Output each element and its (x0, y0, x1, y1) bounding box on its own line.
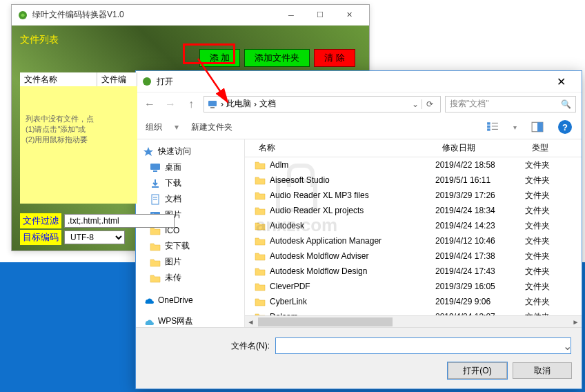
file-row[interactable]: Adlm2019/4/22 18:58文件夹 (245, 157, 582, 173)
svg-rect-13 (150, 164, 160, 170)
filter-input[interactable] (64, 214, 175, 228)
folder-icon (255, 206, 266, 215)
file-row[interactable]: Delcam2019/4/24 13:07文件夹 (245, 309, 582, 315)
file-area: 名称 修改日期 类型 Adlm2019/4/22 18:58文件夹Aiseeso… (245, 139, 582, 327)
file-name: CyberLink (270, 297, 435, 306)
folder-icon (255, 160, 266, 170)
horizontal-scrollbar[interactable]: ◄ ► (245, 315, 582, 327)
preview-icon[interactable] (529, 119, 546, 135)
svg-point-2 (143, 77, 151, 86)
filename-input[interactable] (275, 337, 571, 354)
scroll-left-icon[interactable]: ◄ (245, 316, 257, 328)
file-type: 文件夹 (525, 296, 582, 308)
file-name: Audio Reader XL MP3 files (270, 190, 435, 200)
forward-button[interactable]: → (162, 96, 179, 112)
folder-icon (255, 190, 266, 200)
folder-icon (255, 297, 266, 306)
svg-rect-12 (537, 122, 543, 132)
file-date: 2019/4/24 17:38 (435, 251, 525, 261)
view-icon[interactable] (484, 119, 501, 135)
file-row[interactable]: Autodesk Moldflow Adviser2019/4/24 17:38… (245, 248, 582, 264)
col-type[interactable]: 类型 (525, 142, 582, 154)
folder-icon (255, 251, 266, 261)
search-placeholder: 搜索"文档" (450, 98, 489, 110)
sidebar-pictures2[interactable]: 图片 (136, 254, 244, 270)
back-button[interactable]: ← (141, 96, 158, 112)
sidebar-desktop[interactable]: 桌面 (136, 159, 244, 175)
arrow-annotation (195, 55, 236, 110)
breadcrumb-folder[interactable]: 文档 (259, 98, 276, 110)
file-name: Autodesk Moldflow Adviser (270, 251, 435, 261)
target-encoding-select[interactable]: UTF-8 (64, 231, 125, 244)
file-row[interactable]: Audio Reader XL projects2019/4/24 18:34文… (245, 203, 582, 218)
search-icon: 🔍 (561, 99, 571, 109)
open-dialog: 打开 ✕ ← → ↑ › 此电脑 › 文档 ⌄ ⟳ 搜索"文档" 🔍 组织 ▾ … (135, 70, 582, 389)
titlebar: 绿叶文件编码转换器V1.0 ─ ☐ ✕ (12, 5, 369, 26)
sidebar-documents[interactable]: 文档 (136, 191, 244, 207)
sidebar-quick-access[interactable]: 快速访问 (136, 144, 244, 159)
cancel-button[interactable]: 取消 (513, 362, 572, 379)
col-date[interactable]: 修改日期 (435, 142, 525, 154)
file-list-label: 文件列表 (20, 34, 59, 46)
file-row[interactable]: Aiseesoft Studio2019/5/1 16:11文件夹 (245, 173, 582, 188)
maximize-button[interactable]: ☐ (306, 6, 335, 25)
file-type: 文件夹 (525, 235, 582, 247)
col-name[interactable]: 名称 (245, 142, 435, 154)
file-list-header: 名称 修改日期 类型 (245, 139, 582, 157)
clear-button[interactable]: 清 除 (314, 49, 355, 67)
file-list[interactable]: Adlm2019/4/22 18:58文件夹Aiseesoft Studio20… (245, 157, 582, 315)
folder-icon (255, 236, 266, 246)
app-icon (17, 10, 28, 21)
filename-dropdown-icon[interactable]: ⌄ (563, 340, 572, 353)
dialog-toolbar: 组织 ▾ 新建文件夹 ▾ ? (136, 115, 582, 139)
file-type: 文件夹 (525, 190, 582, 202)
dialog-close-button[interactable]: ✕ (546, 72, 576, 91)
file-name: Adlm (270, 160, 435, 170)
organize-menu[interactable]: 组织 (146, 121, 162, 133)
sidebar-onedrive[interactable]: OneDrive (136, 293, 244, 308)
file-name: Autodesk Application Manager (270, 236, 435, 246)
file-name: Autodesk Moldflow Design (270, 266, 435, 276)
minimize-button[interactable]: ─ (277, 6, 306, 25)
new-folder-button[interactable]: 新建文件夹 (191, 121, 232, 133)
file-row[interactable]: Autodesk2019/4/24 14:23文件夹 (245, 218, 582, 233)
file-type: 文件夹 (525, 205, 582, 217)
file-type: 文件夹 (525, 281, 582, 293)
col-filename: 文件名称 (20, 72, 97, 86)
svg-line-1 (198, 59, 228, 102)
folder-icon (255, 266, 266, 276)
file-row[interactable]: Autodesk Moldflow Design2019/4/24 17:43文… (245, 264, 582, 279)
app-title: 绿叶文件编码转换器V1.0 (32, 9, 277, 21)
sidebar-wps[interactable]: WPS网盘 (136, 313, 244, 327)
file-type: 文件夹 (525, 266, 582, 277)
refresh-icon[interactable]: ⟳ (422, 99, 437, 109)
scroll-right-icon[interactable]: ► (570, 316, 582, 328)
file-date: 2019/4/12 10:46 (435, 236, 525, 246)
svg-rect-14 (153, 170, 157, 172)
file-date: 2019/4/24 17:43 (435, 266, 525, 276)
file-row[interactable]: CleverPDF2019/3/29 16:05文件夹 (245, 279, 582, 294)
file-date: 2019/4/29 9:06 (435, 297, 525, 306)
search-box[interactable]: 搜索"文档" 🔍 (445, 96, 576, 112)
help-icon[interactable]: ? (558, 120, 572, 134)
folder-icon (255, 221, 266, 231)
file-type: 文件夹 (525, 220, 582, 232)
table-header: 文件名称 文件编码 (20, 72, 137, 86)
sidebar-anxiazai[interactable]: 安下载 (136, 238, 244, 254)
target-encoding-label: 目标编码 (20, 230, 61, 245)
scroll-thumb[interactable] (258, 317, 393, 326)
sidebar-weichuan[interactable]: 未传 (136, 270, 244, 286)
dropdown-icon[interactable]: ⌄ (412, 99, 419, 109)
open-button[interactable]: 打开(O) (448, 362, 507, 379)
dialog-bottom: 文件名(N): ⌄ 打开(O) 取消 (136, 327, 582, 389)
svg-rect-5 (487, 122, 490, 124)
file-row[interactable]: Audio Reader XL MP3 files2019/3/29 17:26… (245, 188, 582, 203)
breadcrumb[interactable]: › 此电脑 › 文档 ⌄ ⟳ (204, 96, 441, 112)
file-type: 文件夹 (525, 251, 582, 262)
close-button[interactable]: ✕ (335, 6, 364, 25)
file-row[interactable]: CyberLink2019/4/29 9:06文件夹 (245, 294, 582, 309)
file-row[interactable]: Autodesk Application Manager2019/4/12 10… (245, 233, 582, 248)
dialog-icon (141, 76, 152, 87)
add-folder-button[interactable]: 添加文件夹 (244, 49, 310, 67)
sidebar-downloads[interactable]: 下载 (136, 175, 244, 191)
